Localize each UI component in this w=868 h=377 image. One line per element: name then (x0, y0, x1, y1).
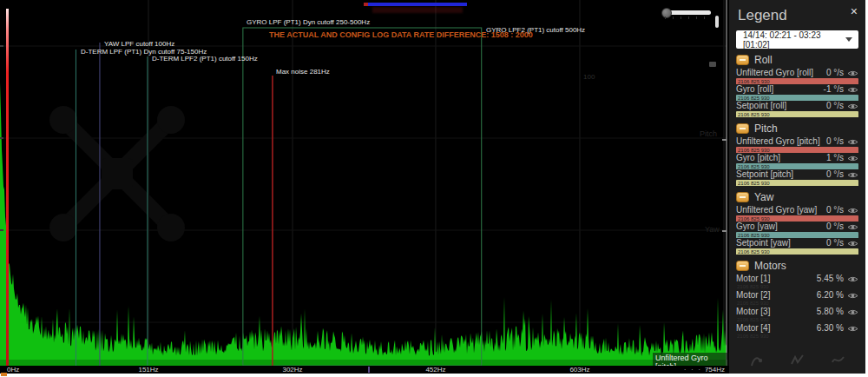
legend-stat-bar: 2106 825 930 (736, 215, 858, 222)
legend-toolbar (736, 350, 858, 369)
chevron-down-icon (845, 37, 852, 42)
vertical-slider-handle[interactable] (715, 16, 719, 28)
visibility-eye-icon[interactable] (847, 275, 858, 283)
legend-item[interactable]: Motor [2]6.20 %2106 825 930 (736, 290, 858, 307)
visibility-eye-icon[interactable] (847, 308, 858, 316)
legend-item[interactable]: Gyro [pitch]1 °/s2106 825 930 (736, 153, 858, 169)
close-icon[interactable]: × (851, 5, 858, 17)
legend-item-row: Motor [4]6.30 % (736, 324, 858, 333)
legend-item-row: Motor [1]5.45 % (736, 274, 858, 283)
legend-item-label: Unfiltered Gyro [roll] (736, 69, 826, 77)
corner-mark-icon (1, 373, 7, 376)
legend-stat-bar: 2106 825 930 (736, 180, 858, 186)
log-range-select[interactable]: 14/14: 02:21 - 03:23 [01:02] (736, 30, 858, 49)
faint-ghost-text (372, 7, 463, 13)
x-axis-label: 452Hz (425, 366, 445, 374)
visibility-eye-icon[interactable] (847, 138, 858, 146)
legend-item-label: Gyro [yaw] (736, 222, 826, 231)
legend-item-value: 0 °/s (826, 137, 844, 146)
legend-item-label: Setpoint [pitch] (736, 170, 826, 179)
legend-item[interactable]: Motor [4]6.30 %2106 825 930 (736, 323, 858, 340)
legend-stat-bar: 2106 825 930 (736, 248, 858, 255)
legend-item-value: 0 °/s (826, 102, 844, 110)
visibility-eye-icon[interactable] (847, 86, 858, 94)
visibility-eye-icon[interactable] (847, 325, 858, 333)
legend-item-label: Setpoint [roll] (736, 102, 826, 110)
x-axis-label: 302Hz (282, 366, 302, 374)
legend-item-label: Motor [4] (736, 324, 817, 333)
legend-item-label: Unfiltered Gyro [pitch] (736, 137, 826, 146)
legend-item[interactable]: Gyro [yaw]0 °/s2106 825 930 (736, 222, 858, 238)
spectrum-analyzer-canvas[interactable]: GYRO LPF (PT1) Dyn cutoff 250-500Hz THE … (0, 0, 729, 374)
legend-item-value: -1 °/s (824, 85, 844, 94)
visibility-eye-icon[interactable] (847, 155, 858, 162)
legend-item-value: 0 °/s (826, 222, 844, 231)
x-axis: · · · · 0Hz151Hz302Hz452Hz603Hz754Hz (0, 366, 729, 374)
visibility-eye-icon[interactable] (847, 207, 858, 215)
legend-item[interactable]: Setpoint [pitch]0 °/s2106 825 930 (736, 169, 858, 186)
legend-item[interactable]: Unfiltered Gyro [pitch]0 °/s2106 825 930 (736, 136, 858, 153)
zigzag-trace-icon[interactable] (790, 352, 805, 368)
collapse-section-icon[interactable] (736, 261, 749, 271)
annotation-gyro-lpf2: GYRO LPF2 (PT1) cutoff 500Hz (486, 26, 585, 34)
legend-item[interactable]: Unfiltered Gyro [roll]0 °/s2106 825 930 (736, 68, 858, 84)
visibility-eye-icon[interactable] (847, 223, 858, 231)
visibility-eye-icon[interactable] (847, 69, 858, 77)
legend-item-row: Unfiltered Gyro [yaw]0 °/s (736, 206, 858, 215)
legend-item[interactable]: Setpoint [yaw]0 °/s2106 825 930 (736, 238, 858, 255)
section-header: Motors (736, 260, 858, 272)
section-header: Roll (736, 54, 858, 66)
visibility-eye-icon[interactable] (847, 240, 858, 248)
legend-item-label: Gyro [roll] (736, 85, 824, 94)
legend-item[interactable]: Motor [1]5.45 %2106 825 930 (736, 274, 858, 290)
collapse-section-icon[interactable] (736, 192, 749, 202)
legend-item-row: Setpoint [yaw]0 °/s (736, 239, 858, 248)
visibility-eye-icon[interactable] (847, 171, 858, 179)
gyro-lpf-dyn-range-box (243, 28, 482, 366)
x-axis-label: 754Hz (705, 366, 725, 374)
annotation-max-noise: Max noise 281Hz (276, 68, 330, 76)
legend-item-value: 0 °/s (826, 69, 844, 77)
legend-item-row: Motor [3]5.80 % (736, 308, 858, 316)
dim-yaw-label: Yaw (705, 225, 720, 234)
annotation-gyro-lpf-dyn: GYRO LPF (PT1) Dyn cutoff 250-500Hz (247, 18, 370, 26)
collapse-section-icon[interactable] (736, 123, 749, 134)
graph-drag-handle[interactable] (709, 62, 716, 67)
legend-item-value: 0 °/s (826, 206, 844, 215)
x-axis-label: 151Hz (138, 366, 158, 374)
visibility-eye-icon[interactable] (847, 103, 858, 110)
legend-item-value: 1 °/s (826, 154, 844, 162)
dc-peak-spike (6, 9, 9, 366)
smooth-curve-icon[interactable] (831, 352, 845, 368)
stick-trace-icon[interactable] (749, 352, 764, 368)
visibility-eye-icon[interactable] (847, 292, 858, 300)
legend-stat-bar: 2106 825 930 (736, 232, 858, 238)
x-axis-label: 603Hz (569, 366, 589, 374)
legend-item[interactable]: Gyro [roll]-1 °/s2106 825 930 (736, 84, 858, 101)
legend-stat-bar: 2106 825 930 (736, 163, 858, 169)
legend-sections: RollUnfiltered Gyro [roll]0 °/s2106 825 … (736, 54, 858, 340)
legend-title: Legend (738, 7, 858, 24)
legend-item-row: Unfiltered Gyro [roll]0 °/s (736, 69, 858, 77)
section-title: Yaw (754, 191, 773, 203)
legend-section: PitchUnfiltered Gyro [pitch]0 °/s2106 82… (736, 122, 858, 186)
dim-scale-label: 100 (583, 73, 595, 81)
legend-stat-dim: 2106 825 930 (736, 301, 858, 307)
legend-item[interactable]: Unfiltered Gyro [yaw]0 °/s2106 825 930 (736, 205, 858, 222)
collapse-section-icon[interactable] (736, 55, 749, 65)
legend-item-value: 6.30 % (817, 324, 844, 333)
legend-item-row: Setpoint [roll]0 °/s (736, 102, 858, 110)
noise-spectrum-area (0, 83, 727, 366)
legend-item-value: 0 °/s (826, 239, 844, 248)
legend-item-row: Gyro [pitch]1 °/s (736, 154, 858, 162)
legend-item-value: 5.80 % (817, 308, 844, 316)
legend-stat-bar: 2106 825 930 (736, 78, 858, 84)
legend-stat-dim: 2106 825 930 (736, 317, 858, 323)
dim-pitch-label: Pitch (700, 129, 717, 138)
legend-stat-bar: 2106 825 930 (736, 111, 858, 117)
legend-item[interactable]: Setpoint [roll]0 °/s2106 825 930 (736, 101, 858, 117)
legend-item[interactable]: Motor [3]5.80 %2106 825 930 (736, 307, 858, 323)
legend-item-label: Motor [1] (736, 274, 817, 283)
log-range-bar[interactable] (368, 3, 467, 6)
zoom-slider[interactable] (663, 10, 711, 15)
